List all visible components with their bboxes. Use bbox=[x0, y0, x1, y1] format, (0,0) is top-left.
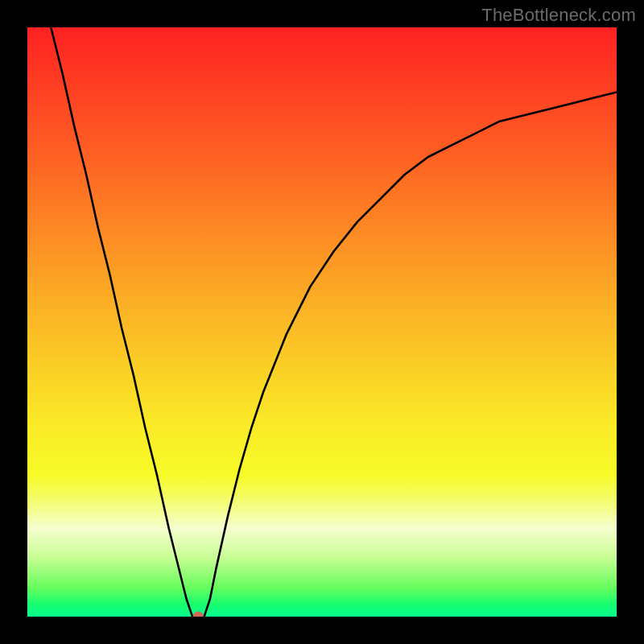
chart-frame: TheBottleneck.com bbox=[0, 0, 644, 644]
marker-dot bbox=[193, 612, 204, 617]
bottleneck-curve bbox=[27, 27, 617, 617]
plot-area bbox=[27, 27, 617, 617]
watermark-text: TheBottleneck.com bbox=[481, 5, 636, 26]
